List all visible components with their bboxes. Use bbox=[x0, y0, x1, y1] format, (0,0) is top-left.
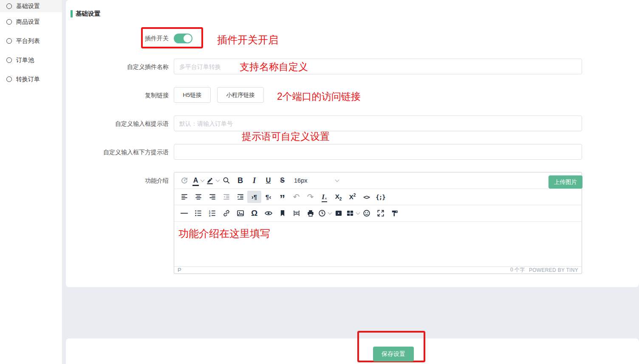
strikethrough-button[interactable]: S bbox=[275, 175, 289, 187]
link-icon bbox=[222, 209, 231, 217]
annotation-intro: 功能介绍在这里填写 bbox=[178, 227, 270, 240]
print-button[interactable] bbox=[303, 207, 317, 220]
ltr-button[interactable]: ›¶ bbox=[247, 191, 261, 203]
fullscreen-icon bbox=[376, 209, 385, 217]
toggle-knob-icon bbox=[184, 34, 192, 42]
anchor-button[interactable] bbox=[275, 207, 289, 220]
below-hint-label: 自定义输入框下方提示语 bbox=[66, 149, 169, 156]
radio-circle-icon bbox=[6, 57, 12, 63]
emoticons-button[interactable] bbox=[359, 207, 373, 220]
annotation-toggle: 插件开关开启 bbox=[217, 33, 278, 47]
align-left-icon bbox=[180, 193, 189, 201]
miniprogram-link-button[interactable]: 小程序链接 bbox=[217, 87, 264, 103]
special-character-icon: Ω bbox=[251, 209, 257, 218]
below-hint-input[interactable] bbox=[174, 144, 582, 160]
sidebar-item-1[interactable]: 基础设置 bbox=[0, 0, 62, 12]
powered-by-tiny: POWERED BY TINY bbox=[529, 267, 578, 273]
sidebar-item-2[interactable]: 商品设置 bbox=[0, 12, 62, 31]
ordered-list-button[interactable]: 123 bbox=[205, 207, 219, 220]
ordered-list-icon: 123 bbox=[208, 209, 217, 217]
horizontal-rule-button[interactable]: — bbox=[177, 207, 191, 220]
page-break-button[interactable] bbox=[289, 207, 303, 220]
link-button[interactable] bbox=[219, 207, 233, 220]
bold-button[interactable]: B bbox=[233, 175, 247, 187]
superscript-button[interactable]: X2 bbox=[345, 191, 359, 203]
format-painter-icon bbox=[390, 209, 399, 217]
indent-button[interactable] bbox=[233, 191, 247, 203]
image-button[interactable] bbox=[233, 207, 247, 220]
subscript-button[interactable]: X2 bbox=[331, 191, 345, 203]
annotation-links: 2个端口的访问链接 bbox=[277, 90, 361, 103]
search-button[interactable] bbox=[219, 175, 233, 187]
blockquote-button[interactable]: ” bbox=[275, 191, 289, 203]
chevron-down-icon bbox=[201, 178, 205, 182]
sidebar-item-label: 转换订单 bbox=[16, 76, 40, 83]
align-right-button[interactable] bbox=[205, 191, 219, 203]
table-icon bbox=[346, 209, 354, 217]
input-hint-label: 自定义输入框提示语 bbox=[66, 120, 169, 128]
align-center-icon bbox=[194, 193, 203, 201]
sidebar-item-label: 基础设置 bbox=[16, 3, 40, 10]
sidebar-item-label: 订单池 bbox=[16, 56, 34, 64]
word-count: 0 个字 bbox=[510, 266, 525, 274]
media-button[interactable] bbox=[331, 207, 345, 220]
format-painter-button[interactable] bbox=[387, 207, 401, 220]
special-character-button[interactable]: Ω bbox=[247, 207, 261, 220]
ltr-icon: ›¶ bbox=[252, 193, 257, 201]
italic-icon: I bbox=[253, 176, 256, 185]
sidebar-item-5[interactable]: 转换订单 bbox=[0, 70, 62, 89]
editor-content-area[interactable]: 功能介绍在这里填写 bbox=[174, 222, 582, 266]
section-title: 基础设置 bbox=[76, 10, 100, 18]
editor-toolbar-row1: ABIUS16px bbox=[174, 172, 582, 189]
inline-code-button[interactable]: <> bbox=[359, 191, 373, 203]
rtl-button[interactable]: ¶‹ bbox=[261, 191, 275, 203]
editor-toolbar-row3: —123Ω bbox=[174, 205, 582, 222]
table-button[interactable] bbox=[345, 207, 359, 220]
outdent-button[interactable] bbox=[219, 191, 233, 203]
insert-datetime-button[interactable] bbox=[317, 207, 331, 220]
sidebar: 基础设置商品设置平台列表订单池转换订单 bbox=[0, 0, 62, 364]
redo-button[interactable]: ↷ bbox=[303, 191, 317, 203]
radio-circle-icon bbox=[6, 3, 12, 9]
italic-button[interactable]: I bbox=[247, 175, 261, 187]
code-sample-icon: {;} bbox=[376, 194, 385, 200]
plugin-name-input[interactable] bbox=[174, 59, 582, 74]
font-size-select[interactable]: 16px bbox=[291, 175, 341, 187]
undo-button[interactable]: ↶ bbox=[289, 191, 303, 203]
rtl-icon: ¶‹ bbox=[266, 193, 271, 201]
radio-circle-icon bbox=[6, 76, 12, 82]
redo-icon: ↷ bbox=[307, 192, 314, 202]
preview-button[interactable] bbox=[261, 207, 275, 220]
plugin-switch-toggle[interactable] bbox=[174, 34, 192, 43]
highlight-color-button[interactable] bbox=[205, 175, 219, 187]
text-color-button[interactable]: A bbox=[191, 175, 205, 187]
radio-circle-icon bbox=[6, 38, 12, 44]
underline-button[interactable]: U bbox=[261, 175, 275, 187]
bottom-action-bar bbox=[66, 339, 639, 364]
fullscreen-button[interactable] bbox=[373, 207, 387, 220]
strikethrough-icon: S bbox=[280, 177, 285, 184]
align-center-button[interactable] bbox=[191, 191, 205, 203]
font-size-value: 16px bbox=[294, 177, 307, 184]
plugin-name-label: 自定义插件名称 bbox=[66, 63, 169, 71]
copy-link-label: 复制链接 bbox=[66, 92, 169, 99]
annotation-hint: 提示语可自定义设置 bbox=[242, 130, 330, 143]
clear-format-icon: I× bbox=[322, 193, 327, 201]
anchor-icon bbox=[278, 209, 287, 217]
unordered-list-button[interactable] bbox=[191, 207, 205, 220]
clear-format-button[interactable]: I× bbox=[317, 191, 331, 203]
input-hint-input[interactable] bbox=[174, 116, 582, 131]
h5-link-button[interactable]: H5链接 bbox=[174, 87, 211, 103]
code-sample-button[interactable]: {;} bbox=[373, 191, 387, 203]
sidebar-item-3[interactable]: 平台列表 bbox=[0, 31, 62, 51]
highlight-color-icon bbox=[206, 176, 214, 185]
sidebar-item-4[interactable]: 订单池 bbox=[0, 51, 62, 70]
insert-datetime-icon bbox=[318, 209, 326, 217]
align-left-button[interactable] bbox=[177, 191, 191, 203]
app-root: 基础设置商品设置平台列表订单池转换订单 基础设置 插件开关 插件开关开启 自定义… bbox=[0, 0, 639, 364]
align-right-icon bbox=[208, 193, 217, 201]
undo-history-button[interactable] bbox=[177, 175, 191, 187]
save-settings-button[interactable]: 保存设置 bbox=[373, 347, 414, 361]
upload-image-button[interactable]: 上传图片 bbox=[549, 175, 582, 189]
undo-history-icon bbox=[180, 176, 189, 185]
